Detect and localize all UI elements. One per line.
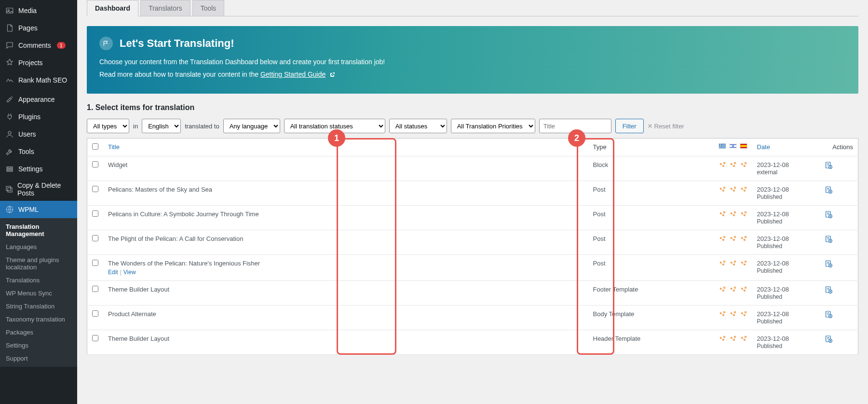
translation-status-icon[interactable] <box>719 286 726 293</box>
filter-priority[interactable]: All Translation Priorities <box>451 119 535 133</box>
row-checkbox[interactable] <box>92 161 98 167</box>
banner-title: Let's Start Translating! <box>120 37 234 50</box>
svg-point-58 <box>730 237 732 239</box>
col-date[interactable]: Date <box>752 139 820 156</box>
translation-status-icon[interactable] <box>740 161 747 169</box>
translation-status-icon[interactable] <box>729 260 737 267</box>
item-title-link[interactable]: Pelicans: Masters of the Sky and Sea <box>108 186 212 193</box>
translation-status-icon[interactable] <box>729 161 737 169</box>
translation-status-icon[interactable] <box>729 186 737 194</box>
sidebar-item-plugins[interactable]: Plugins <box>0 108 77 125</box>
svg-point-25 <box>730 163 732 165</box>
row-checkbox[interactable] <box>92 186 98 192</box>
sidebar-item-media[interactable]: Media <box>0 2 77 19</box>
filter-target-language[interactable]: Any language <box>223 119 280 133</box>
sidebar-sub-support[interactable]: Support <box>0 352 77 365</box>
svg-point-103 <box>733 339 735 341</box>
row-checkbox[interactable] <box>92 260 98 266</box>
svg-point-80 <box>730 288 732 290</box>
sidebar-item-users[interactable]: Users <box>0 125 77 143</box>
translation-status-icon[interactable] <box>729 310 737 318</box>
translation-status-icon[interactable] <box>719 186 726 194</box>
translation-status-icon[interactable] <box>740 210 747 218</box>
sidebar-item-settings[interactable]: Settings <box>0 160 77 178</box>
filter-language[interactable]: English <box>142 119 181 133</box>
item-title-link[interactable]: The Plight of the Pelican: A Call for Co… <box>108 235 243 242</box>
edit-link[interactable]: Edit <box>108 269 118 276</box>
translation-status-icon[interactable] <box>729 335 737 343</box>
getting-started-link[interactable]: Getting Started Guide <box>260 70 326 78</box>
sidebar-sub-taxonomy-translation[interactable]: Taxonomy translation <box>0 313 77 326</box>
sidebar-item-projects[interactable]: Projects <box>0 54 77 71</box>
add-note-icon[interactable] <box>825 161 854 169</box>
row-checkbox[interactable] <box>92 286 98 292</box>
sidebar-item-wpml[interactable]: WPML <box>0 201 77 218</box>
cell-type: Post <box>588 255 714 281</box>
translation-status-icon[interactable] <box>719 161 726 169</box>
sidebar-sub-wp-menus-sync[interactable]: WP Menus Sync <box>0 287 77 300</box>
item-title-link[interactable]: Theme Builder Layout <box>108 335 169 342</box>
row-checkbox[interactable] <box>92 235 98 241</box>
row-checkbox[interactable] <box>92 335 98 341</box>
tab-translators[interactable]: Translators <box>140 0 190 16</box>
select-all-checkbox[interactable] <box>92 143 98 150</box>
translation-status-icon[interactable] <box>740 260 747 267</box>
item-title-link[interactable]: Product Alternate <box>108 310 156 318</box>
cell-type: Footer Template <box>588 281 714 306</box>
translation-status-icon[interactable] <box>719 235 726 243</box>
reset-filter[interactable]: Reset filter <box>648 123 684 130</box>
sidebar-item-rank-math-seo[interactable]: Rank Math SEO <box>0 71 77 89</box>
filter-types[interactable]: All types <box>87 119 129 133</box>
translation-status-icon[interactable] <box>740 310 747 318</box>
translation-status-icon[interactable] <box>719 310 726 318</box>
wrench-icon <box>5 147 14 156</box>
row-checkbox[interactable] <box>92 210 98 217</box>
sidebar-item-appearance[interactable]: Appearance <box>0 91 77 108</box>
sidebar-sub-translations[interactable]: Translations <box>0 274 77 287</box>
svg-point-22 <box>719 163 721 165</box>
svg-point-39 <box>741 188 743 190</box>
tab-dashboard[interactable]: Dashboard <box>87 0 138 16</box>
sidebar-sub-settings[interactable]: Settings <box>0 339 77 352</box>
cell-date: 2023-12-08Published <box>752 281 820 306</box>
col-title[interactable]: Title <box>103 139 588 156</box>
add-note-icon[interactable] <box>825 310 854 318</box>
translation-status-icon[interactable] <box>729 235 737 243</box>
row-checkbox[interactable] <box>92 310 98 317</box>
item-title-link[interactable]: The Wonders of the Pelican: Nature's Ing… <box>108 260 260 267</box>
translation-status-icon[interactable] <box>740 235 747 243</box>
tab-tools[interactable]: Tools <box>192 0 225 16</box>
view-link[interactable]: View <box>123 269 136 276</box>
add-note-icon[interactable] <box>825 335 854 343</box>
sidebar-sub-languages[interactable]: Languages <box>0 240 77 253</box>
item-title-link[interactable]: Theme Builder Layout <box>108 286 169 293</box>
sidebar-sub-string-translation[interactable]: String Translation <box>0 300 77 313</box>
add-note-icon[interactable] <box>825 286 854 293</box>
translation-status-icon[interactable] <box>719 210 726 218</box>
translation-status-icon[interactable] <box>729 210 737 218</box>
add-note-icon[interactable] <box>825 235 854 243</box>
add-note-icon[interactable] <box>825 210 854 218</box>
sidebar-item-comments[interactable]: Comments1 <box>0 37 77 54</box>
wp-admin-sidebar: MediaPagesComments1ProjectsRank Math SEO… <box>0 0 77 404</box>
sidebar-sub-translation-management[interactable]: Translation Management <box>0 220 77 240</box>
item-title-link[interactable]: Widget <box>108 161 127 168</box>
sidebar-item-copy-delete-posts[interactable]: Copy & Delete Posts <box>0 178 77 201</box>
add-note-icon[interactable] <box>825 260 854 267</box>
item-title-link[interactable]: Pelicans in Culture: A Symbolic Journey … <box>108 210 259 218</box>
translation-status-icon[interactable] <box>740 335 747 343</box>
filter-button[interactable]: Filter <box>615 119 644 133</box>
translation-status-icon[interactable] <box>719 335 726 343</box>
translation-status-icon[interactable] <box>729 286 737 293</box>
sidebar-sub-theme-and-plugins-localization[interactable]: Theme and plugins localization <box>0 253 77 274</box>
globe-icon <box>5 205 14 214</box>
sidebar-item-tools[interactable]: Tools <box>0 143 77 160</box>
filter-status[interactable]: All statuses <box>389 119 447 133</box>
svg-point-37 <box>733 190 735 192</box>
sidebar-item-pages[interactable]: Pages <box>0 19 77 37</box>
translation-status-icon[interactable] <box>740 186 747 194</box>
translation-status-icon[interactable] <box>740 286 747 293</box>
add-note-icon[interactable] <box>825 186 854 194</box>
translation-status-icon[interactable] <box>719 260 726 267</box>
sidebar-sub-packages[interactable]: Packages <box>0 326 77 339</box>
